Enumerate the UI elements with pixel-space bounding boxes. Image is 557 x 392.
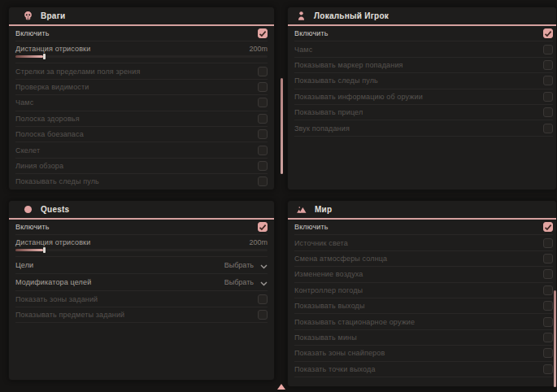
row-checkbox: Показывать прицел <box>294 105 553 120</box>
chevron-down-icon <box>260 275 268 290</box>
mountain-icon <box>296 204 307 215</box>
checkbox[interactable] <box>258 176 268 186</box>
checkbox[interactable] <box>258 294 268 304</box>
slider-value: 200m <box>249 45 268 53</box>
checkbox[interactable] <box>543 60 553 70</box>
panel-quests: Quests ВключитьДистанция отрисовки200mЦе… <box>8 200 275 381</box>
checkbox[interactable] <box>258 82 268 92</box>
checkbox[interactable] <box>543 92 553 102</box>
world-scrollbar-thumb[interactable] <box>554 290 556 387</box>
dropdown-value: Выбрать <box>224 261 254 269</box>
row-select: Модификатора целейВыбрать <box>15 274 268 291</box>
checkbox[interactable] <box>543 333 553 342</box>
row-checkbox: Показывать следы пуль <box>15 174 268 189</box>
row-label: Стрелки за пределами поля зрения <box>15 68 140 76</box>
checkbox[interactable] <box>258 146 268 155</box>
row-checkbox: Стрелки за пределами поля зрения <box>15 63 268 79</box>
checkbox[interactable] <box>258 28 268 38</box>
slider-thumb[interactable] <box>43 247 46 253</box>
panel-quests-header: Quests <box>9 201 274 220</box>
row-label: Полоска здоровья <box>15 115 80 123</box>
row-label: Модификатора целей <box>15 278 91 286</box>
row-label: Дистанция отрисовки <box>15 238 90 246</box>
row-checkbox: Показывать мины <box>294 330 553 346</box>
row-label: Показывать информацию об оружии <box>294 93 423 101</box>
row-label: Включить <box>294 223 329 231</box>
panel-quests-rows: ВключитьДистанция отрисовки200mЦелиВыбра… <box>9 220 274 323</box>
checkbox[interactable] <box>258 161 268 171</box>
row-label: Показать зоны снайперов <box>294 349 385 357</box>
row-checkbox: Показать зоны снайперов <box>294 346 553 361</box>
row-checkbox: Изменение воздуха <box>294 267 553 282</box>
row-checkbox: Включить <box>15 26 268 41</box>
row-label: Изменение воздуха <box>294 270 363 278</box>
checkbox[interactable] <box>543 222 553 232</box>
row-checkbox: Проверка видимости <box>15 80 268 95</box>
checkbox[interactable] <box>543 45 553 54</box>
panel-local-player-header: Локальный Игрок <box>288 7 556 26</box>
dropdown-value: Выбрать <box>224 278 254 286</box>
row-checkbox: Показывать предметы заданий <box>15 307 268 323</box>
checkbox[interactable] <box>543 76 553 85</box>
panel-enemies-header: Враги <box>9 7 274 26</box>
row-checkbox: Включить <box>294 26 553 41</box>
row-checkbox: Полоска здоровья <box>15 111 268 127</box>
checkbox[interactable] <box>258 222 268 232</box>
row-select: ЦелиВыбрать <box>15 257 268 274</box>
checkbox[interactable] <box>543 254 553 264</box>
checkbox[interactable] <box>543 238 553 248</box>
row-checkbox: Чамс <box>15 95 268 111</box>
row-label: Показать зоны заданий <box>15 295 98 303</box>
row-checkbox: Чамс <box>294 41 553 57</box>
panel-local-player: Локальный Игрок ВключитьЧамсПоказывать м… <box>287 7 557 190</box>
row-label: Полоска боезапаса <box>15 130 84 138</box>
panel-enemies: Враги ВключитьДистанция отрисовки200mСтр… <box>8 7 275 190</box>
checkbox[interactable] <box>543 317 553 327</box>
chevron-down-icon <box>260 258 268 272</box>
slider-track[interactable] <box>15 55 268 58</box>
checkbox[interactable] <box>258 67 268 76</box>
panel-title: Мир <box>315 205 332 214</box>
row-label: Цели <box>15 261 33 269</box>
dropdown[interactable]: Выбрать <box>224 275 268 290</box>
row-label: Проверка видимости <box>15 83 89 91</box>
row-checkbox: Показывать выходы <box>294 298 553 314</box>
checkbox[interactable] <box>543 107 553 117</box>
mod-menu-screen: Враги ВключитьДистанция отрисовки200mСтр… <box>0 0 557 392</box>
checkbox[interactable] <box>543 301 553 311</box>
panel-title: Враги <box>41 11 65 20</box>
panel-title: Локальный Игрок <box>314 11 389 20</box>
panel-enemies-rows: ВключитьДистанция отрисовки200mСтрелки з… <box>9 26 274 190</box>
row-label: Включить <box>15 29 50 37</box>
slider-track[interactable] <box>15 249 268 251</box>
checkbox[interactable] <box>258 129 268 139</box>
checkbox[interactable] <box>258 310 268 320</box>
checkbox[interactable] <box>543 364 553 374</box>
row-slider: Дистанция отрисовки200m <box>15 235 268 257</box>
row-checkbox: Звук попадания <box>294 120 553 136</box>
checkbox[interactable] <box>543 285 553 295</box>
row-checkbox: Показывать информацию об оружии <box>294 89 553 105</box>
row-label: Показать точки выхода <box>294 365 376 373</box>
checkbox[interactable] <box>258 98 268 107</box>
row-checkbox: Показывать маркер попадания <box>294 58 553 73</box>
row-label: Чамс <box>15 98 33 107</box>
person-icon <box>296 11 307 21</box>
row-checkbox: Включить <box>294 220 553 235</box>
panel-world-rows: ВключитьИсточник светаСмена атмосферы со… <box>288 220 556 377</box>
row-checkbox: Показать точки выхода <box>294 362 553 377</box>
row-slider: Дистанция отрисовки200m <box>15 41 268 63</box>
checkbox[interactable] <box>543 269 553 279</box>
row-label: Линия обзора <box>15 162 63 170</box>
slider-thumb[interactable] <box>43 54 46 59</box>
slider-fill <box>15 55 43 58</box>
checkbox[interactable] <box>543 124 553 133</box>
enemies-scrollbar-thumb[interactable] <box>281 78 283 174</box>
row-label: Показывать следы пуль <box>15 177 99 185</box>
slider-fill <box>15 249 43 251</box>
skull-icon <box>23 11 33 21</box>
checkbox[interactable] <box>543 348 553 358</box>
checkbox[interactable] <box>258 114 268 124</box>
checkbox[interactable] <box>543 28 553 38</box>
dropdown[interactable]: Выбрать <box>224 258 268 272</box>
